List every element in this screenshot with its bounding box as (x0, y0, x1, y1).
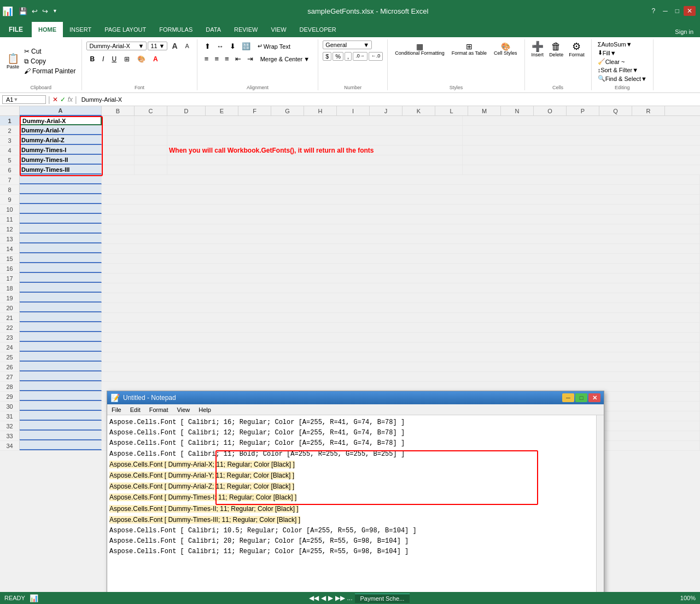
help-btn[interactable]: ? (649, 6, 659, 16)
tab-home[interactable]: HOME (32, 22, 63, 37)
undo-qat-btn[interactable]: ↩ (31, 7, 39, 15)
cell-reference-box[interactable]: A1 ▼ (2, 95, 46, 104)
confirm-formula-btn[interactable]: ✓ (60, 96, 66, 103)
notepad-menu-view[interactable]: View (173, 405, 195, 414)
decrease-decimal-btn[interactable]: ←.0 (369, 52, 383, 61)
sheet-nav-next[interactable]: ▶ (328, 594, 333, 602)
col-header-j[interactable]: J (370, 106, 402, 116)
save-qat-btn[interactable]: 💾 (18, 7, 28, 15)
fill-btn[interactable]: ⬇ Fill ▼ (596, 49, 618, 57)
cell-c2[interactable] (135, 126, 167, 135)
close-btn[interactable]: ✕ (684, 6, 696, 16)
font-name-dropdown[interactable]: Dummy-Arial-X ▼ (86, 42, 147, 50)
maximize-btn[interactable]: □ (672, 6, 682, 16)
format-as-table-btn[interactable]: ⊞ Format as Table (449, 40, 489, 58)
redo-qat-btn[interactable]: ↪ (41, 7, 49, 15)
sign-in-btn[interactable]: Sign in (668, 26, 700, 37)
cell-a1[interactable]: Dummy-Arial-X (20, 116, 102, 125)
font-size-dropdown[interactable]: 11 ▼ (148, 42, 167, 50)
cell-d3-wide[interactable] (167, 136, 463, 145)
cell-d4-wide[interactable]: Sample excel file also contains some dum… (167, 146, 463, 155)
fill-color-btn[interactable]: 🎨 (134, 54, 149, 64)
cell-b4[interactable] (102, 146, 135, 155)
increase-indent-btn[interactable]: ⇥ (244, 53, 256, 65)
align-bottom-btn[interactable]: ⬇ (227, 40, 238, 52)
notepad-minimize-btn[interactable]: ─ (562, 393, 574, 402)
autosum-btn[interactable]: Σ AutoSum ▼ (596, 40, 634, 48)
cell-d1-wide[interactable] (167, 116, 463, 125)
cell-c1[interactable] (135, 116, 167, 125)
insert-cells-btn[interactable]: ➕ Insert (529, 40, 546, 59)
tab-data[interactable]: DATA (199, 22, 228, 37)
notepad-close-btn[interactable]: ✕ (588, 393, 600, 402)
currency-btn[interactable]: $ (323, 52, 331, 61)
clear-btn[interactable]: 🧹 Clear ~ (596, 57, 627, 66)
cell-d5-wide[interactable] (167, 155, 463, 165)
format-painter-btn[interactable]: 🖌 Format Painter (22, 67, 77, 76)
increase-decimal-btn[interactable]: .0→ (353, 52, 368, 61)
italic-btn[interactable]: I (99, 54, 107, 64)
col-header-c[interactable]: C (135, 106, 167, 116)
tab-view[interactable]: VIEW (264, 22, 293, 37)
cell-c3[interactable] (135, 136, 167, 145)
format-cells-btn[interactable]: ⚙ Format (567, 40, 587, 59)
col-header-p[interactable]: P (567, 106, 599, 116)
minimize-btn[interactable]: ─ (660, 6, 671, 16)
paste-btn[interactable]: 📋 Paste (4, 53, 21, 71)
bold-btn[interactable]: B (86, 54, 98, 64)
border-btn[interactable]: ⊞ (121, 54, 133, 64)
cell-a3[interactable]: Dummy-Arial-Z (20, 136, 102, 145)
cell-c6[interactable] (135, 165, 167, 175)
comma-btn[interactable]: , (345, 52, 352, 61)
orient-btn[interactable]: 🔠 (239, 40, 253, 52)
notepad-menu-file[interactable]: File (107, 405, 126, 414)
cell-a5[interactable]: Dummy-Times-II (20, 155, 102, 165)
col-header-a[interactable]: A (20, 106, 102, 116)
col-header-b[interactable]: B (102, 106, 135, 116)
col-header-k[interactable]: K (402, 106, 435, 116)
notepad-menu-edit[interactable]: Edit (126, 405, 145, 414)
tab-review[interactable]: REVIEW (228, 22, 264, 37)
align-left-btn[interactable]: ≡ (202, 53, 212, 65)
file-tab[interactable]: FILE (0, 22, 32, 37)
cell-d2-wide[interactable] (167, 126, 463, 135)
cancel-formula-btn[interactable]: ✕ (52, 96, 58, 103)
number-format-dropdown[interactable]: General ▼ (323, 40, 372, 49)
col-header-r[interactable]: R (632, 106, 665, 116)
increase-font-size-btn[interactable]: A (168, 40, 180, 51)
sheet-tab-payment[interactable]: Payment Sche... (355, 594, 410, 603)
col-header-h[interactable]: H (304, 106, 337, 116)
cell-b1[interactable] (102, 116, 135, 125)
sort-filter-btn[interactable]: ↕ Sort & Filter ▼ (596, 66, 640, 74)
align-right-btn[interactable]: ≡ (222, 53, 232, 65)
col-header-i[interactable]: I (337, 106, 370, 116)
delete-cells-btn[interactable]: 🗑 Delete (547, 40, 565, 59)
cell-d6-wide[interactable] (167, 165, 463, 175)
cut-btn[interactable]: ✂ Cut (22, 47, 77, 56)
formula-input[interactable] (79, 96, 698, 103)
col-header-m[interactable]: M (468, 106, 501, 116)
tab-developer[interactable]: DEVELOPER (293, 22, 343, 37)
underline-btn[interactable]: U (108, 54, 120, 64)
decrease-indent-btn[interactable]: ⇤ (232, 53, 244, 65)
cell-c5[interactable] (135, 155, 167, 165)
col-header-e[interactable]: E (206, 106, 238, 116)
font-color-btn[interactable]: A (150, 54, 161, 64)
col-header-d[interactable]: D (167, 106, 206, 116)
cell-styles-btn[interactable]: 🎨 Cell Styles (491, 40, 520, 58)
cell-a6[interactable]: Dummy-Times-III (20, 165, 102, 175)
align-top-btn[interactable]: ⬆ (202, 40, 213, 52)
cell-a2[interactable]: Dummy-Arial-Y (20, 126, 102, 135)
col-header-g[interactable]: G (271, 106, 304, 116)
copy-btn[interactable]: ⧉ Copy (22, 57, 77, 66)
notepad-menu-format[interactable]: Format (145, 405, 173, 414)
col-header-o[interactable]: O (534, 106, 567, 116)
decrease-font-size-btn[interactable]: A (182, 42, 192, 50)
sheet-nav-left[interactable]: ◀◀ (309, 594, 319, 602)
align-center-btn[interactable]: ≡ (212, 53, 221, 65)
tab-formulas[interactable]: FORMULAS (153, 22, 199, 37)
sheet-nav-dots[interactable]: ... (347, 594, 353, 602)
qat-expand-btn[interactable]: ▼ (51, 8, 59, 14)
notepad-maximize-btn[interactable]: □ (575, 393, 587, 402)
cell-b6[interactable] (102, 165, 135, 175)
